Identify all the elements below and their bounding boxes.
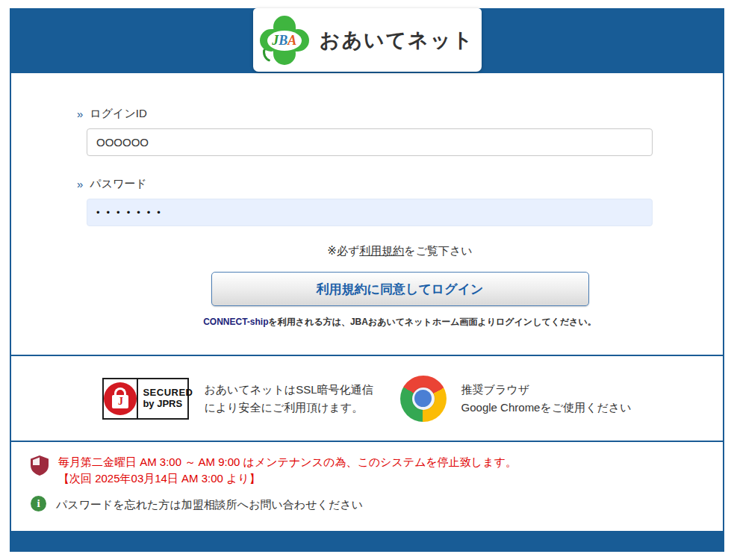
password-input[interactable] <box>87 199 653 226</box>
brand-card: JBA おあいてネット <box>253 8 482 72</box>
notices-section: 毎月第二金曜日 AM 3:00 ～ AM 9:00 はメンテナンスの為、このシス… <box>11 442 723 531</box>
connect-ship-highlight: CONNECT-ship <box>203 317 268 327</box>
footer-bar <box>10 531 724 552</box>
maintenance-line1: 毎月第二金曜日 AM 3:00 ～ AM 9:00 はメンテナンスの為、このシス… <box>58 454 517 470</box>
login-id-label: » ログインID <box>77 107 723 121</box>
password-help-text: パスワードを忘れた方は加盟相談所へお問い合わせください <box>56 496 363 512</box>
jprs-secured-badge: J SECURED by JPRS <box>102 378 189 420</box>
info-icon: i <box>31 496 46 511</box>
connect-ship-note: CONNECT-shipを利用される方は、JBAおあいてネットホーム画面よりログ… <box>77 316 723 329</box>
page-container: JBA おあいてネット » ログインID » パスワード ※必ず利用規約をご覧下… <box>10 8 724 552</box>
login-form-section: » ログインID » パスワード ※必ず利用規約をご覧下さい 利用規約に同意して… <box>11 73 723 356</box>
maintenance-line2: 【次回 2025年03月14日 AM 3:00 より】 <box>58 470 517 487</box>
header-bar: JBA おあいてネット <box>10 8 724 73</box>
chrome-icon <box>400 376 447 422</box>
jprs-by-text: by JPRS <box>143 399 193 409</box>
password-label: » パスワード <box>77 177 723 191</box>
terms-notice: ※必ず利用規約をご覧下さい <box>77 244 723 258</box>
jba-logo-text: JBA <box>267 31 302 51</box>
main-content: » ログインID » パスワード ※必ず利用規約をご覧下さい 利用規約に同意して… <box>10 73 724 531</box>
password-help-notice: i パスワードを忘れた方は加盟相談所へお問い合わせください <box>31 496 723 512</box>
lock-icon: J <box>104 382 137 415</box>
jba-clover-logo-icon: JBA <box>260 16 309 65</box>
chevron-right-icon: » <box>77 108 83 120</box>
shield-icon <box>31 455 49 476</box>
login-id-input[interactable] <box>87 128 653 156</box>
recommended-browser-text: 推奨ブラウザ Google Chromeをご使用ください <box>461 381 632 417</box>
maintenance-notice: 毎月第二金曜日 AM 3:00 ～ AM 9:00 はメンテナンスの為、このシス… <box>31 454 723 487</box>
login-button[interactable]: 利用規約に同意してログイン <box>211 272 589 306</box>
chevron-right-icon: » <box>77 178 83 190</box>
ssl-description: おあいてネットはSSL暗号化通信 により安全にご利用頂けます。 <box>204 381 373 417</box>
terms-link[interactable]: 利用規約 <box>359 244 404 257</box>
security-info-section: J SECURED by JPRS おあいてネットはSSL暗号化通信 により安全… <box>11 356 723 442</box>
jprs-secured-text: SECURED <box>143 388 193 398</box>
site-title: おあいてネット <box>320 27 474 54</box>
